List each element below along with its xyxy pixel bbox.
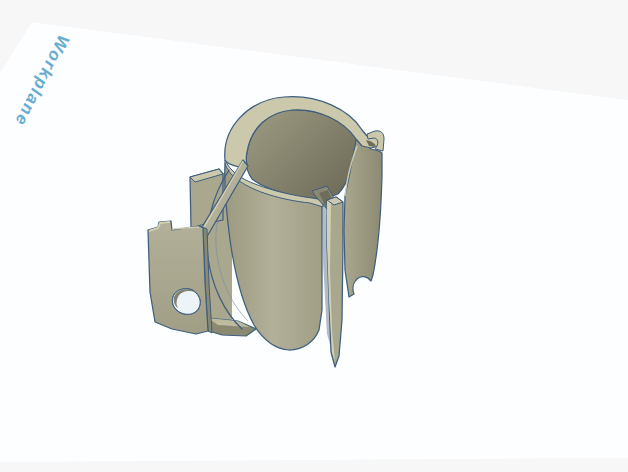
cad-viewport[interactable]: Workplane	[0, 0, 628, 472]
model-bracket-hole	[172, 289, 200, 314]
scene-canvas[interactable]: Workplane	[0, 0, 628, 472]
model-bracket-plate	[148, 221, 208, 334]
